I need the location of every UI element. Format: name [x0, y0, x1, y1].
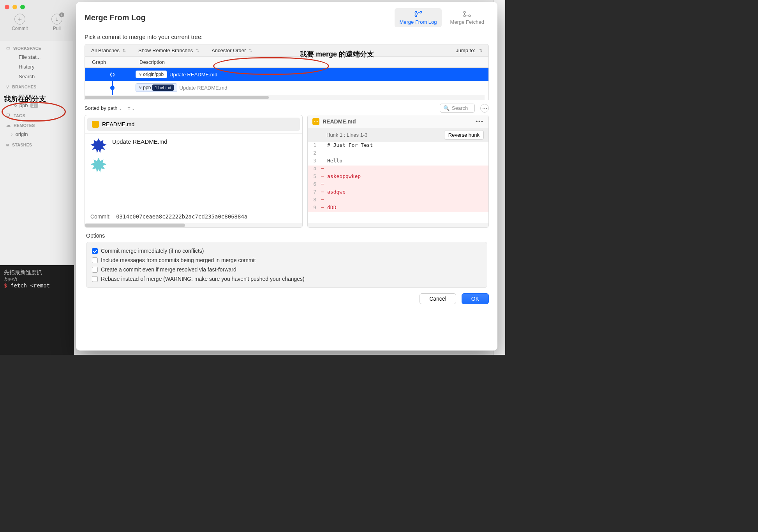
diff-column: ⋯ README.md ••• Hunk 1 : Lines 1-3 Rever…: [307, 115, 489, 228]
diff-line[interactable]: 5−askeopqwkep: [308, 173, 488, 181]
jump-to[interactable]: Jump to:⇅: [450, 44, 488, 56]
dialog-header: Merge From Log Merge From Log Merge Fetc…: [76, 2, 497, 33]
sort-bar: Sorted by path ⌄ ≡ ⌄ 🔍 Search ⋯: [85, 104, 489, 113]
avatar-icon: [90, 158, 107, 174]
commit-row[interactable]: ⑂ ppb 1 behind Update README.md: [85, 81, 488, 94]
sidebar-item-search[interactable]: Search: [0, 72, 74, 81]
options-section: Options Commit merge immediately (if no …: [76, 228, 497, 288]
horizontal-scrollbar[interactable]: [85, 95, 485, 100]
close-icon[interactable]: [5, 5, 9, 9]
merge-fetched-icon: [463, 11, 471, 18]
diff-line[interactable]: 2: [308, 150, 488, 158]
diff-line[interactable]: 3Hello: [308, 158, 488, 166]
branches-section: ⑂ BRANCHES: [0, 81, 74, 91]
horizontal-scrollbar[interactable]: [308, 223, 488, 227]
pull-label: Pull: [53, 26, 61, 31]
diff-line[interactable]: 1# Just For Test: [308, 142, 488, 150]
download-icon: ↓ 1: [51, 14, 62, 25]
diff-file-title: ⋯ README.md •••: [308, 115, 488, 128]
options-panel: Commit merge immediately (if no conflict…: [86, 242, 487, 288]
commit-button[interactable]: ＋ Commit: [12, 14, 28, 31]
chevron-updown-icon: ⇅: [196, 48, 199, 53]
sidebar-item-filestatus[interactable]: File stat...: [0, 52, 74, 62]
option-create-commit[interactable]: Create a commit even if merge resolved v…: [92, 265, 481, 274]
ellipsis-icon[interactable]: •••: [476, 118, 484, 125]
search-icon: 🔍: [443, 105, 450, 111]
plus-icon: ＋: [14, 14, 25, 25]
svg-point-5: [469, 15, 471, 17]
horizontal-scrollbar[interactable]: [85, 223, 302, 227]
commit-row[interactable]: ⑂ origin/ppb Update README.md: [85, 68, 488, 81]
list-view-select[interactable]: ≡ ⌄: [127, 105, 135, 111]
dialog-title: Merge From Log: [85, 13, 146, 22]
terminal: 先把最新進度抓 bash $ fetch <remot: [0, 265, 74, 355]
svg-point-2: [420, 11, 422, 13]
terminal-bash: bash: [4, 276, 70, 282]
branches-select[interactable]: All Branches⇅: [85, 44, 132, 56]
commit-detail-message: Update README.md: [90, 138, 297, 145]
terminal-line: 先把最新進度抓: [4, 269, 70, 276]
option-rebase[interactable]: Rebase instead of merge (WARNING: make s…: [92, 274, 481, 284]
diff-line[interactable]: 9−dDD: [308, 204, 488, 212]
search-input[interactable]: 🔍 Search: [440, 104, 475, 113]
checkbox-icon[interactable]: [92, 248, 98, 254]
prompt-icon: $: [4, 282, 11, 289]
workspace-section: ▭ WORKSPACE: [0, 42, 74, 52]
ok-button[interactable]: OK: [462, 293, 489, 304]
markdown-file-icon: ⋯: [92, 121, 99, 128]
minimize-icon[interactable]: [12, 5, 17, 9]
option-commit-immediately[interactable]: Commit merge immediately (if no conflict…: [92, 246, 481, 255]
option-include-messages[interactable]: Include messages from commits being merg…: [92, 255, 481, 265]
cancel-button[interactable]: Cancel: [420, 293, 456, 304]
checkbox-icon[interactable]: [92, 276, 98, 282]
remotes-section: ☁ REMOTES: [0, 120, 74, 129]
hunk-label: Hunk 1 : Lines 1-3: [326, 132, 368, 138]
more-button[interactable]: ⋯: [480, 104, 489, 113]
top-tabs: Merge From Log Merge Fetched: [395, 8, 489, 27]
sidebar-item-remote-origin[interactable]: › origin: [0, 129, 74, 139]
tab-merge-from-log[interactable]: Merge From Log: [395, 8, 441, 27]
chevron-down-icon: ⌄: [132, 106, 135, 111]
file-item[interactable]: ⋯ README.md: [87, 118, 300, 131]
diff-line[interactable]: 6−: [308, 181, 488, 189]
monitor-icon: ▭: [6, 46, 10, 51]
hunk-bar: Hunk 1 : Lines 1-3 Reverse hunk: [308, 128, 488, 142]
diff-body[interactable]: 1# Just For Test23Hello4−5−askeopqwkep6−…: [308, 142, 488, 223]
chevron-updown-icon: ⇅: [123, 48, 126, 53]
annotation-remote-branch: 我要 merge 的遠端分支: [300, 49, 374, 59]
commit-info: Update README.md Commit: 0314c007ceaea8c…: [85, 133, 302, 223]
branch-tag: ⑂ ppb 1 behind: [136, 83, 177, 92]
remote-branches-select[interactable]: Show Remote Branches⇅: [132, 44, 205, 56]
commit-label: Commit: [12, 26, 28, 31]
sidebar-item-history[interactable]: History: [0, 62, 74, 72]
commit-message: Update README.md: [180, 85, 227, 91]
order-select[interactable]: Ancestor Order⇅: [205, 44, 258, 56]
svg-point-4: [464, 15, 466, 17]
diff-line[interactable]: 7−asdqwe: [308, 189, 488, 197]
cloud-icon: ☁: [6, 123, 11, 128]
merge-icon: [414, 11, 423, 18]
branch-icon: ⑂: [139, 85, 143, 90]
commit-message: Update README.md: [169, 72, 217, 78]
detail-row: ⋯ README.md Update README.md Commit: 031…: [85, 115, 489, 228]
diff-line[interactable]: 4−: [308, 166, 488, 173]
tags-section: ⛉ TAGS: [0, 110, 74, 120]
merge-dialog: Merge From Log Merge From Log Merge Fetc…: [76, 2, 497, 351]
avatar-icon: [90, 138, 107, 155]
commit-columns: Graph Description: [85, 57, 489, 68]
diff-line[interactable]: 8−: [308, 197, 488, 204]
search-placeholder: Search: [452, 105, 468, 111]
pull-badge: 1: [59, 12, 64, 17]
sort-select[interactable]: Sorted by path ⌄: [85, 105, 122, 111]
terminal-cmd: $ fetch <remot: [4, 282, 70, 289]
behind-badge: 1 behind: [152, 85, 173, 91]
stash-icon: ⧈: [6, 142, 9, 147]
tab-merge-fetched[interactable]: Merge Fetched: [446, 8, 489, 27]
checkbox-icon[interactable]: [92, 257, 98, 263]
reverse-hunk-button[interactable]: Reverse hunk: [444, 130, 484, 140]
traffic-lights: [5, 5, 25, 9]
checkbox-icon[interactable]: [92, 267, 98, 273]
zoom-icon[interactable]: [20, 5, 25, 9]
pull-button[interactable]: ↓ 1 Pull: [51, 14, 62, 31]
dialog-footer: Cancel OK: [76, 288, 497, 310]
